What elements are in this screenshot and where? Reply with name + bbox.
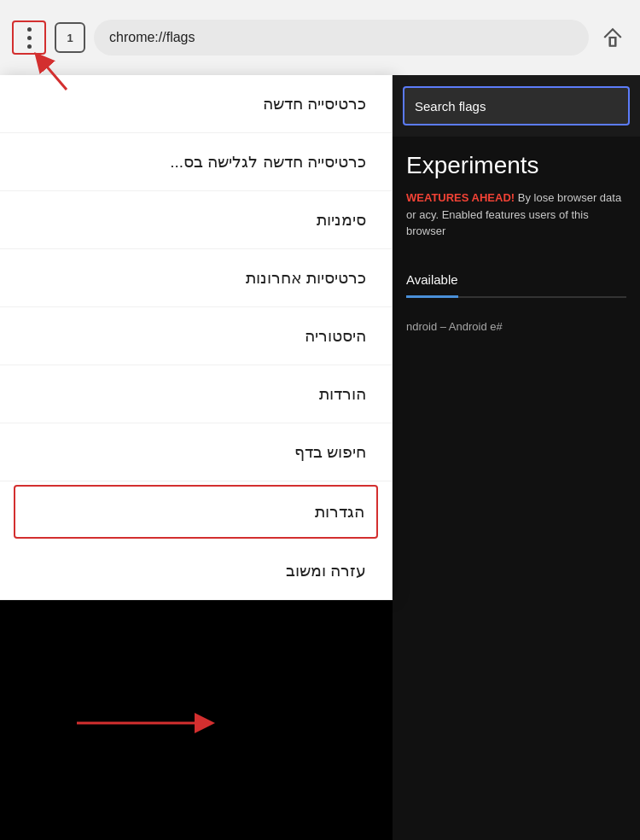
menu-item-bookmarks[interactable]: סימניות (0, 191, 392, 249)
flags-title: Experiments (406, 152, 626, 179)
menu-overlay: כרטיסייה חדשה כרטיסייה חדשה לגלישה בס...… (0, 75, 393, 600)
tab-available[interactable]: Available (406, 264, 458, 298)
flags-item-text: ndroid – Android e# (406, 318, 626, 336)
svg-rect-0 (610, 38, 616, 46)
flags-content: Experiments WEATURES AHEAD! By lose brow… (393, 137, 640, 840)
warning-red-text: WEATURES AHEAD! (406, 191, 515, 204)
url-text: chrome://flags (109, 30, 195, 45)
flags-tabs: Available (406, 264, 626, 298)
menu-item-new-incognito-tab[interactable]: כרטיסייה חדשה לגלישה בס... (0, 133, 392, 191)
browser-bar: 1 chrome://flags (0, 0, 640, 75)
menu-item-help[interactable]: עזרה ומשוב (0, 542, 392, 600)
search-flags-input[interactable] (403, 86, 630, 125)
flags-warning: WEATURES AHEAD! By lose browser data or … (406, 190, 626, 240)
menu-item-recent-tabs[interactable]: כרטיסיות אחרונות (0, 249, 392, 307)
address-bar[interactable]: chrome://flags (94, 20, 589, 55)
tab-count[interactable]: 1 (55, 22, 85, 53)
menu-item-downloads[interactable]: הורדות (0, 365, 392, 423)
menu-item-settings[interactable]: הגדרות (14, 485, 378, 539)
menu-dot-2 (27, 36, 32, 40)
menu-button[interactable] (12, 20, 46, 55)
menu-dot-3 (27, 44, 32, 49)
menu-item-history[interactable]: היסטוריה (0, 307, 392, 365)
home-button[interactable] (597, 22, 628, 53)
menu-item-find-in-page[interactable]: חיפוש בדף (0, 423, 392, 481)
menu-dot-1 (27, 27, 32, 32)
search-flags-area (393, 75, 640, 137)
home-icon (602, 26, 624, 49)
menu-item-new-tab[interactable]: כרטיסייה חדשה (0, 75, 392, 133)
